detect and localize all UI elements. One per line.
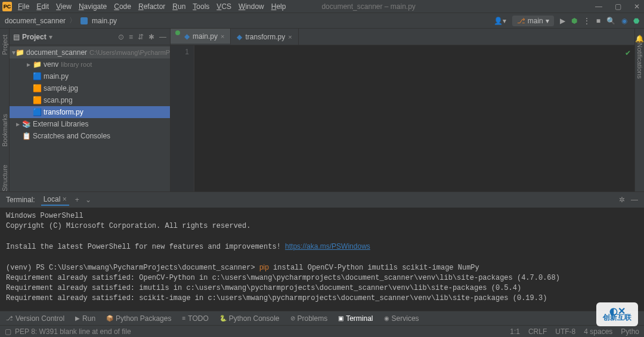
inspection-ok-icon[interactable]: ✔ xyxy=(625,49,631,57)
rail-structure[interactable]: Structure xyxy=(1,165,8,191)
status-icon[interactable]: ▢ xyxy=(5,327,11,336)
run-marker-icon xyxy=(175,30,180,35)
status-right: 1:1 CRLF UTF-8 4 spaces Pytho xyxy=(510,327,639,336)
nav-toolbar: 👤▾ ⎇ main ▾ ▶ ⬢ ⋮ ■ 🔍 ◉ ⬣ xyxy=(494,16,639,26)
problems-icon: ⊘ xyxy=(290,315,295,321)
stop-button[interactable]: ■ xyxy=(596,17,600,25)
notifications-bell-icon[interactable]: 🔔 xyxy=(635,35,644,43)
settings-icon[interactable]: ◉ xyxy=(621,17,627,25)
branch-name: main xyxy=(528,17,543,25)
toolwindow-services[interactable]: ◉Services xyxy=(384,314,419,323)
toolwindow-version-control[interactable]: ⎇Version Control xyxy=(6,314,64,323)
run-button[interactable]: ▶ xyxy=(560,17,565,25)
todo-icon: ≡ xyxy=(182,315,185,321)
terminal-hide-icon[interactable]: — xyxy=(631,196,638,204)
rail-notifications[interactable]: Notifications xyxy=(636,43,643,79)
file-encoding[interactable]: UTF-8 xyxy=(555,327,575,336)
menu-window[interactable]: Window xyxy=(239,2,264,11)
tree-node-external-libraries[interactable]: ▸📚External Libraries xyxy=(10,118,170,130)
search-icon[interactable]: 🔍 xyxy=(606,17,615,25)
hide-panel-icon[interactable]: — xyxy=(159,33,166,41)
run-icon: ▶ xyxy=(75,315,80,321)
git-branch-selector[interactable]: ⎇ main ▾ xyxy=(512,16,554,26)
select-opened-icon[interactable]: ⊙ xyxy=(118,33,124,41)
window-controls: — ▢ ✕ xyxy=(594,2,642,11)
line-separator[interactable]: CRLF xyxy=(528,327,547,336)
project-tools: ⊙ ≡ ⇵ ✱ — xyxy=(118,33,166,41)
chevron-down-icon: ▾ xyxy=(546,17,549,25)
version-control-icon: ⎇ xyxy=(6,315,13,321)
lib-icon: 📚 xyxy=(21,120,31,128)
panel-gear-icon[interactable]: ✱ xyxy=(148,33,154,41)
breadcrumb-project: document_scanner xyxy=(5,17,66,25)
menu-help[interactable]: Help xyxy=(271,2,286,11)
debug-button[interactable]: ⬢ xyxy=(571,17,577,25)
menu-file[interactable]: File xyxy=(18,2,29,11)
tab-transform-py[interactable]: ◆transform.py× xyxy=(231,29,298,45)
line-number: 1 xyxy=(171,48,189,56)
app-logo-icon: PC xyxy=(2,2,12,11)
close-tab-icon[interactable]: × xyxy=(221,33,224,40)
tab-main-py[interactable]: ◆main.py× xyxy=(171,29,231,45)
breadcrumb-file: main.py xyxy=(92,17,117,25)
python-console-icon: 🐍 xyxy=(219,315,227,321)
toolwindow-python-packages[interactable]: 📦Python Packages xyxy=(106,314,171,323)
expand-icon[interactable]: ≡ xyxy=(129,33,133,41)
scratch-icon: 📋 xyxy=(21,132,31,140)
branch-icon: ⎇ xyxy=(517,17,525,25)
python-file-icon: ◆ xyxy=(237,33,242,41)
chevron-down-icon[interactable]: ▾ xyxy=(49,33,52,41)
watermark-logo: ◐✕ 创新互联 xyxy=(596,302,638,326)
rail-project[interactable]: Project xyxy=(1,35,8,55)
caret-position[interactable]: 1:1 xyxy=(510,327,520,336)
tree-node-scratches-and-consoles[interactable]: 📋Scratches and Consoles xyxy=(10,130,170,142)
maximize-button[interactable]: ▢ xyxy=(613,2,623,11)
menu-code[interactable]: Code xyxy=(114,2,131,11)
toolwindow-problems[interactable]: ⊘Problems xyxy=(290,314,328,323)
more-run-button[interactable]: ⋮ xyxy=(583,17,590,25)
user-icon[interactable]: 👤▾ xyxy=(494,17,506,25)
rail-bookmarks[interactable]: Bookmarks xyxy=(1,114,8,147)
tree-node-scan-png[interactable]: 🟧scan.png xyxy=(10,94,170,106)
right-rail: 🔔 Notifications xyxy=(634,29,644,191)
tree-node-main-py[interactable]: 🟦main.py xyxy=(10,70,170,82)
toolwindow-todo[interactable]: ≡TODO xyxy=(182,314,208,323)
menu-vcs[interactable]: VCS xyxy=(216,2,231,11)
services-icon: ◉ xyxy=(384,315,389,321)
terminal-body[interactable]: Windows PowerShell Copyright (C) Microso… xyxy=(0,208,644,311)
project-tree[interactable]: ▾📁document_scannerC:\Users\mwang\Pycharm… xyxy=(10,45,170,191)
project-panel-title: Project xyxy=(22,33,47,41)
code-area[interactable]: ✔ xyxy=(194,45,634,191)
terminal-tab-menu[interactable]: ⌄ xyxy=(85,196,91,204)
close-tab-icon[interactable]: × xyxy=(288,33,292,41)
menu-navigate[interactable]: Navigate xyxy=(79,2,107,11)
toolwindow-terminal[interactable]: ▣Terminal xyxy=(338,314,373,323)
py-icon: 🟦 xyxy=(32,72,42,81)
editor-body[interactable]: 1 ✔ xyxy=(171,45,634,191)
project-panel: ▤ Project ▾ ⊙ ≡ ⇵ ✱ — ▾📁document_scanner… xyxy=(10,29,171,191)
indent-setting[interactable]: 4 spaces xyxy=(584,327,612,336)
collapse-icon[interactable]: ⇵ xyxy=(138,33,144,41)
menu-tools[interactable]: Tools xyxy=(193,2,209,11)
terminal-tab-local[interactable]: Local × xyxy=(41,194,69,206)
menu-edit[interactable]: Edit xyxy=(36,2,49,11)
py-icon: 🟦 xyxy=(32,108,42,116)
tree-node-venv[interactable]: ▸📁venvlibrary root xyxy=(10,58,170,70)
minimize-button[interactable]: — xyxy=(594,2,603,11)
breadcrumb[interactable]: document_scanner 〉 main.py xyxy=(5,16,117,26)
menu-run[interactable]: Run xyxy=(172,2,185,11)
tree-node-document_scanner[interactable]: ▾📁document_scannerC:\Users\mwang\Pycharm… xyxy=(10,47,170,58)
menu-view[interactable]: View xyxy=(56,2,72,11)
terminal-gear-icon[interactable]: ✲ xyxy=(619,196,625,204)
toolwindow-run[interactable]: ▶Run xyxy=(75,314,95,323)
tree-node-transform-py[interactable]: 🟦transform.py xyxy=(10,106,170,118)
terminal-add-tab[interactable]: + xyxy=(75,196,79,204)
language[interactable]: Pytho xyxy=(621,327,639,336)
toolwindow-python-console[interactable]: 🐍Python Console xyxy=(219,314,280,323)
status-bar: ▢ PEP 8: W391 blank line at end of file … xyxy=(0,325,644,337)
terminal-panel: Terminal: Local × + ⌄ ✲ — Windows PowerS… xyxy=(0,191,644,311)
gear-icon[interactable]: ⬣ xyxy=(633,17,639,25)
tree-node-sample-jpg[interactable]: 🟧sample.jpg xyxy=(10,82,170,94)
close-button[interactable]: ✕ xyxy=(632,2,642,11)
menu-refactor[interactable]: Refactor xyxy=(138,2,165,11)
